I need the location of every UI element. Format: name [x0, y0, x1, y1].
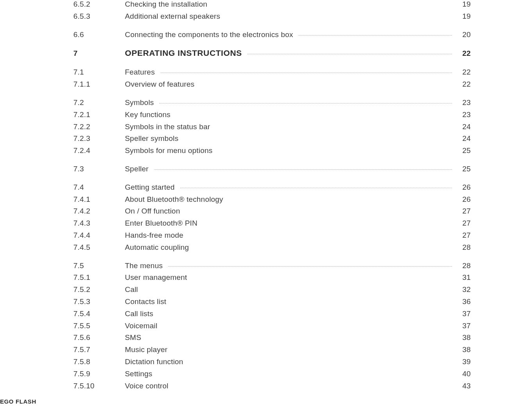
toc-row-number: 7.2.1	[73, 110, 125, 119]
toc-row-page: 27	[457, 231, 471, 240]
toc-row-title: Enter Bluetooth® PIN	[125, 219, 203, 228]
toc-row-title: Music player	[125, 345, 173, 354]
toc-row: 7.5The menus28	[73, 262, 471, 274]
toc-row-title: Connecting the components to the electro…	[125, 30, 299, 39]
toc-row-page: 28	[457, 262, 471, 270]
toc-row-page: 19	[457, 12, 471, 21]
toc-row-page: 27	[457, 219, 471, 228]
toc-gap	[73, 42, 471, 48]
toc-row-number: 6.5.3	[73, 12, 125, 21]
toc-row-number: 7.4	[73, 183, 125, 192]
toc-row-title: Speller	[125, 165, 154, 173]
toc-row: 7.4.3Enter Bluetooth® PIN27	[73, 219, 471, 231]
toc-gap	[73, 255, 471, 262]
toc-row: 7.5.5Voicemail37	[73, 322, 471, 334]
toc-row-number: 7.5.8	[73, 358, 125, 366]
toc-row-number: 7.5.9	[73, 370, 125, 378]
toc-row: 7.5.8Dictation function39	[73, 358, 471, 370]
toc-row-page: 38	[457, 333, 471, 342]
toc-row-number: 7.3	[73, 165, 125, 173]
toc-row: 7.4Getting started26	[73, 183, 471, 195]
toc-row: 7.4.5Automatic coupling28	[73, 243, 471, 255]
toc-row-number: 7.5.6	[73, 333, 125, 342]
toc-row-title: Symbols in the status bar	[125, 123, 215, 131]
toc-row-page: 25	[457, 165, 471, 173]
toc-row: 7.4.4Hands-free mode27	[73, 231, 471, 243]
toc-row-page: 22	[457, 68, 471, 77]
toc-row: 7.5.2Call32	[73, 285, 471, 297]
toc-row-page: 22	[457, 80, 471, 89]
toc-row-number: 7.2.4	[73, 146, 125, 155]
toc-leader	[160, 73, 452, 73]
toc-row-title: Speller symbols	[125, 134, 184, 143]
toc-row-page: 20	[457, 30, 471, 39]
toc-row-page: 26	[457, 195, 471, 204]
toc-row-number: 7.5.10	[73, 382, 125, 390]
toc-row-number: 6.5.2	[73, 0, 125, 9]
toc-row-title: SMS	[125, 333, 147, 342]
toc-gap	[73, 24, 471, 30]
toc-row-page: 36	[457, 297, 471, 306]
toc-row-number: 6.6	[73, 30, 125, 39]
toc-row-page: 23	[457, 110, 471, 119]
toc-row: 6.6Connecting the components to the elec…	[73, 30, 471, 43]
toc-row: 7.5.7Music player38	[73, 345, 471, 358]
toc-row-page: 43	[457, 382, 471, 390]
toc-leader	[299, 35, 452, 36]
toc-row-number: 7.5	[73, 262, 125, 270]
toc-row-page: 26	[457, 183, 471, 192]
toc-gap	[73, 158, 471, 165]
toc-chapter-row: 7OPERATING INSTRUCTIONS22	[73, 48, 471, 62]
toc-row-title: Call	[125, 285, 144, 294]
toc-row-number: 7.1.1	[73, 80, 125, 89]
toc-row-number: 7.2.2	[73, 123, 125, 131]
toc-row: 7.1.1Overview of features22	[73, 80, 471, 92]
toc-row-number: 7.4.1	[73, 195, 125, 204]
toc-row: 7.5.10Voice control43	[73, 382, 471, 394]
toc-row-title: Call lists	[125, 310, 159, 318]
page: 6.5.2Checking the installation196.5.3Add…	[0, 0, 532, 411]
toc-row-title: Getting started	[125, 183, 180, 192]
toc-row-page: 32	[457, 285, 471, 294]
toc-row-number: 7.4.4	[73, 231, 125, 240]
toc-row-number: 7	[73, 49, 125, 58]
toc-row: 7.1Features22	[73, 68, 471, 80]
toc-row-number: 7.5.3	[73, 297, 125, 306]
toc-gap	[73, 92, 471, 98]
toc-row-title: Contacts list	[125, 297, 172, 306]
toc-row-page: 25	[457, 146, 471, 155]
toc-row-number: 7.5.5	[73, 322, 125, 330]
toc-row-number: 7.2.3	[73, 134, 125, 143]
toc-row-title: Voicemail	[125, 322, 163, 330]
footer-product-label: EGO FLASH	[0, 398, 36, 405]
toc-row-page: 22	[457, 49, 471, 58]
toc-row-title: Dictation function	[125, 358, 189, 366]
toc-row: 7.5.4Call lists37	[73, 310, 471, 322]
toc-leader	[247, 54, 452, 54]
toc-row-page: 39	[457, 358, 471, 366]
toc-row-number: 7.5.1	[73, 273, 125, 282]
toc-row-page: 24	[457, 123, 471, 131]
toc-row-number: 7.4.2	[73, 207, 125, 215]
toc-row-page: 19	[457, 0, 471, 9]
toc-row: 7.2.2Symbols in the status bar24	[73, 123, 471, 135]
toc-row-title: Symbols for menu options	[125, 146, 218, 155]
toc-row: 7.2Symbols23	[73, 98, 471, 110]
toc-row-title: Checking the installation	[125, 0, 213, 9]
toc-row-title: About Bluetooth® technology	[125, 195, 229, 204]
toc-row: 7.2.1Key functions23	[73, 110, 471, 123]
table-of-contents: 6.5.2Checking the installation196.5.3Add…	[73, 0, 471, 393]
toc-row-title: Settings	[125, 370, 158, 378]
toc-gap	[73, 177, 471, 183]
toc-row-title: On / Off function	[125, 207, 185, 215]
toc-row: 7.2.3Speller symbols24	[73, 134, 471, 146]
toc-row-page: 24	[457, 134, 471, 143]
toc-row-title: Features	[125, 68, 160, 77]
toc-leader	[159, 103, 452, 103]
toc-row-title: Additional external speakers	[125, 12, 226, 21]
toc-row-title: Key functions	[125, 110, 176, 119]
toc-row-number: 7.4.3	[73, 219, 125, 228]
toc-row: 7.5.6SMS38	[73, 333, 471, 345]
toc-row-number: 7.5.7	[73, 345, 125, 354]
toc-row-number: 7.5.2	[73, 285, 125, 294]
